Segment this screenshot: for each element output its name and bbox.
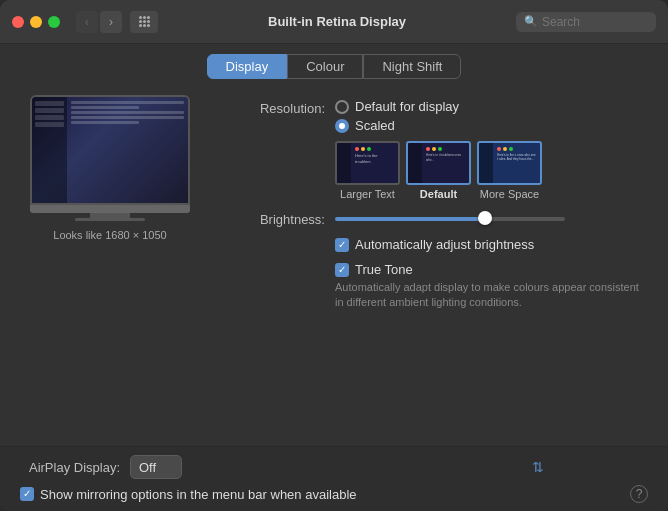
main-window: ‹ › Built-in Retina Display 🔍 Display Co…: [0, 0, 668, 511]
thumb-dot-red: [355, 147, 359, 151]
tab-night-shift[interactable]: Night Shift: [363, 54, 461, 79]
res-thumb-content: Here's to the c ones who see t rules. An…: [479, 143, 540, 183]
mirror-row: ✓ Show mirroring options in the menu bar…: [20, 485, 648, 503]
resolution-scaled-label: Scaled: [355, 118, 395, 133]
tab-display[interactable]: Display: [207, 54, 288, 79]
resolution-row: Resolution: Default for display Scaled: [220, 99, 648, 200]
preview-text-line: [71, 111, 184, 114]
preview-sidebar-item: [35, 122, 64, 127]
res-thumb-larger-text[interactable]: Here's to the troublem Larger Text: [335, 141, 400, 200]
resolution-thumbnails: Here's to the troublem Larger Text: [335, 141, 542, 200]
thumb-dot-yellow: [432, 147, 436, 151]
checkmark-icon: ✓: [338, 240, 346, 250]
preview-sidebar-item: [35, 101, 64, 106]
display-foot: [75, 218, 145, 221]
auto-brightness-row: ✓ Automatically adjust brightness: [335, 237, 648, 252]
thumb-dot-yellow: [503, 147, 507, 151]
resolution-default-option[interactable]: Default for display: [335, 99, 542, 114]
airplay-label: AirPlay Display:: [20, 460, 120, 475]
select-arrow-icon: ⇅: [532, 459, 544, 475]
auto-brightness-checkbox[interactable]: ✓: [335, 238, 349, 252]
tab-colour[interactable]: Colour: [287, 54, 363, 79]
airplay-select[interactable]: Off On: [130, 455, 182, 479]
preview-main-content: [67, 97, 188, 203]
preview-text-line: [71, 101, 184, 104]
resolution-default-radio[interactable]: [335, 100, 349, 114]
help-button[interactable]: ?: [630, 485, 648, 503]
preview-label: Looks like 1680 × 1050: [53, 229, 166, 241]
brightness-thumb[interactable]: [478, 211, 492, 225]
preview-sidebar-item: [35, 108, 64, 113]
airplay-row: AirPlay Display: Off On ⇅: [20, 455, 648, 479]
true-tone-section: ✓ True Tone Automatically adapt display …: [335, 262, 648, 311]
search-icon: 🔍: [524, 15, 538, 28]
res-thumb-sidebar: [479, 143, 493, 183]
brightness-slider[interactable]: [335, 217, 565, 221]
true-tone-label: True Tone: [355, 262, 413, 277]
res-thumb-more-space[interactable]: Here's to the c ones who see t rules. An…: [477, 141, 542, 200]
brightness-row: Brightness:: [220, 210, 648, 227]
content-area: Looks like 1680 × 1050 Resolution: Defau…: [0, 85, 668, 446]
true-tone-checkbox[interactable]: ✓: [335, 263, 349, 277]
preview-screen: [32, 97, 188, 203]
bottom-bar: AirPlay Display: Off On ⇅ ✓ Show mirrori…: [0, 446, 668, 511]
grid-view-button[interactable]: [130, 11, 158, 33]
titlebar: ‹ › Built-in Retina Display 🔍: [0, 0, 668, 44]
res-thumb-text: Here's to the troublem: [351, 143, 398, 183]
res-thumb-text: Here's to t troublema ones who...: [422, 143, 469, 183]
thumb-preview-text: Here's to t troublema ones who...: [424, 152, 467, 163]
res-thumb-label-default: Default: [420, 188, 457, 200]
res-thumb-content: Here's to the troublem: [337, 143, 398, 183]
true-tone-description: Automatically adapt display to make colo…: [335, 280, 648, 311]
res-thumb-content: Here's to t troublema ones who...: [408, 143, 469, 183]
true-tone-header: ✓ True Tone: [335, 262, 648, 277]
thumb-dot-yellow: [361, 147, 365, 151]
thumb-dot-green: [367, 147, 371, 151]
maximize-button[interactable]: [48, 16, 60, 28]
res-thumb-sidebar: [337, 143, 351, 183]
res-thumb-label-larger-text: Larger Text: [340, 188, 395, 200]
thumb-dot-green: [509, 147, 513, 151]
thumb-dots: [424, 145, 467, 152]
auto-brightness-label: Automatically adjust brightness: [355, 237, 534, 252]
grid-icon: [139, 16, 150, 27]
preview-sidebar: [32, 97, 67, 203]
display-preview-image: [30, 95, 190, 205]
resolution-scaled-option[interactable]: Scaled: [335, 118, 542, 133]
forward-button[interactable]: ›: [100, 11, 122, 33]
checkmark-icon: ✓: [23, 489, 31, 499]
thumb-preview-text: Here's to the troublem: [353, 152, 396, 166]
preview-sidebar-item: [35, 115, 64, 120]
resolution-radio-group: Default for display Scaled: [335, 99, 542, 200]
res-thumb-text: Here's to the c ones who see t rules. An…: [493, 143, 540, 183]
res-thumb-default[interactable]: Here's to t troublema ones who... Defaul…: [406, 141, 471, 200]
display-base: [30, 205, 190, 213]
back-button[interactable]: ‹: [76, 11, 98, 33]
window-title: Built-in Retina Display: [166, 14, 508, 29]
thumb-dots: [495, 145, 538, 152]
thumb-preview-text: Here's to the c ones who see t rules. An…: [495, 152, 538, 162]
res-thumb-img-default: Here's to t troublema ones who...: [406, 141, 471, 185]
display-preview-panel: Looks like 1680 × 1050: [20, 95, 200, 436]
res-thumb-sidebar: [408, 143, 422, 183]
search-input[interactable]: [542, 15, 648, 29]
mirror-label: Show mirroring options in the menu bar w…: [40, 487, 357, 502]
tab-bar: Display Colour Night Shift: [0, 44, 668, 85]
preview-text-line: [71, 106, 139, 109]
traffic-lights: [12, 16, 60, 28]
resolution-default-label: Default for display: [355, 99, 459, 114]
nav-arrows: ‹ ›: [76, 11, 122, 33]
thumb-dots: [353, 145, 396, 152]
mirror-checkbox[interactable]: ✓: [20, 487, 34, 501]
airplay-select-wrapper: Off On ⇅: [130, 455, 550, 479]
minimize-button[interactable]: [30, 16, 42, 28]
resolution-scaled-radio[interactable]: [335, 119, 349, 133]
settings-panel: Resolution: Default for display Scaled: [220, 95, 648, 436]
search-box[interactable]: 🔍: [516, 12, 656, 32]
res-thumb-label-more-space: More Space: [480, 188, 539, 200]
thumb-dot-red: [426, 147, 430, 151]
thumb-dot-green: [438, 147, 442, 151]
resolution-label: Resolution:: [220, 99, 325, 116]
close-button[interactable]: [12, 16, 24, 28]
thumb-dot-red: [497, 147, 501, 151]
